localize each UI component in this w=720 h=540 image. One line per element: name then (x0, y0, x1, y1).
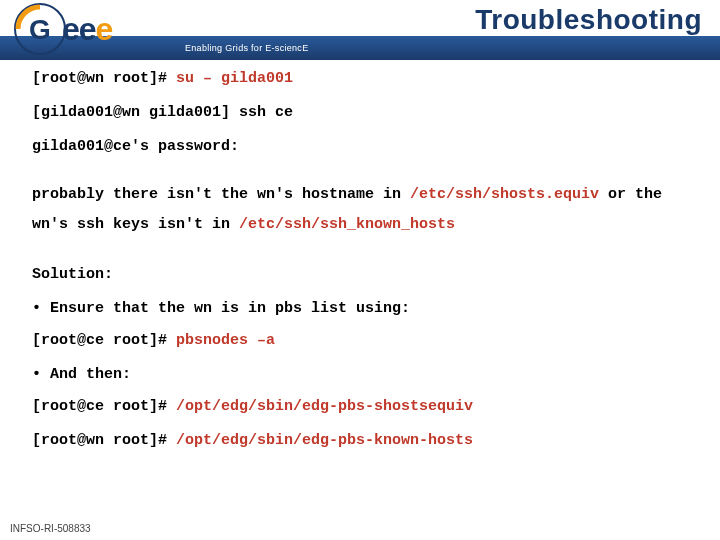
header-subtitle: Enabling Grids for E-sciencE (185, 43, 308, 53)
terminal-line: [gilda001@wn gilda001] ssh ce (32, 98, 696, 128)
prompt-text: [root@ce root]# (32, 332, 176, 349)
terminal-line: gilda001@ce's password: (32, 132, 696, 162)
logo-char: e (96, 11, 113, 47)
path-text: /etc/ssh/ssh_known_hosts (239, 216, 455, 233)
explanation-text: probably there isn't the wn's hostname i… (32, 180, 696, 240)
prompt-text: [root@ce root]# (32, 398, 176, 415)
terminal-line: [root@wn root]# su – gilda001 (32, 64, 696, 94)
command-text: /opt/edg/sbin/edg-pbs-shostsequiv (176, 398, 473, 415)
slide-title: Troubleshooting (475, 4, 702, 36)
terminal-line: [root@wn root]# /opt/edg/sbin/edg-pbs-kn… (32, 426, 696, 456)
logo-text: eee (62, 11, 112, 48)
footer-id: INFSO-RI-508833 (10, 523, 91, 534)
bullet-item: And then: (32, 360, 696, 390)
slide-body: [root@wn root]# su – gilda001 [gilda001@… (32, 64, 696, 460)
prompt-text: [root@wn root]# (32, 432, 176, 449)
bullet-list: And then: (32, 360, 696, 390)
solution-heading: Solution: (32, 260, 696, 290)
path-text: /etc/ssh/shosts.equiv (410, 186, 599, 203)
terminal-line: [root@ce root]# /opt/edg/sbin/edg-pbs-sh… (32, 392, 696, 422)
egee-logo: G eee (14, 2, 184, 56)
text-fragment: probably there isn't the wn's hostname i… (32, 186, 410, 203)
prompt-text: [root@wn root]# (32, 70, 176, 87)
bullet-list: Ensure that the wn is in pbs list using: (32, 294, 696, 324)
bullet-item: Ensure that the wn is in pbs list using: (32, 294, 696, 324)
logo-circle-icon: G (14, 3, 66, 55)
slide-header: G eee Troubleshooting Enabling Grids for… (0, 0, 720, 60)
svg-text:G: G (29, 14, 51, 45)
logo-char: e (79, 11, 96, 47)
command-text: pbsnodes –a (176, 332, 275, 349)
command-text: su – gilda001 (176, 70, 293, 87)
terminal-line: [root@ce root]# pbsnodes –a (32, 326, 696, 356)
command-text: /opt/edg/sbin/edg-pbs-known-hosts (176, 432, 473, 449)
